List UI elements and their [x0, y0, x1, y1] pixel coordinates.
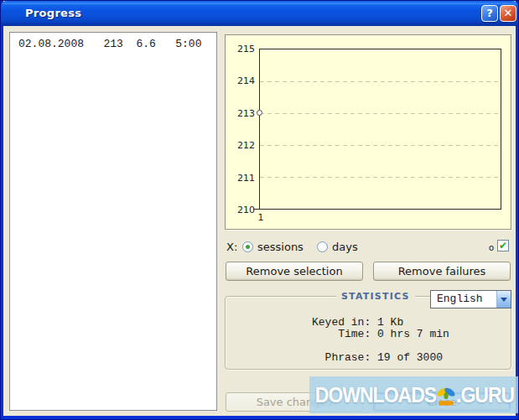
- chart-gridline: [260, 113, 501, 114]
- stat-phrase: Phrase: 19 of 3000: [312, 352, 449, 364]
- chart-plot-area: [259, 49, 501, 210]
- y-tick-label: 211: [227, 173, 255, 184]
- downloads-guru-watermark: DOWNLOADS .GURU: [309, 376, 519, 413]
- statistics-text: Keyed in: 1 Kb Time: 0 hrs 7 min Phrase:…: [312, 317, 449, 364]
- statistics-legend: STATISTICS: [336, 291, 415, 302]
- y-tick-label: 212: [227, 140, 255, 151]
- remove-selection-button[interactable]: Remove selection: [226, 262, 363, 281]
- axis-tick: [253, 209, 259, 210]
- window-close-button[interactable]: ✕: [500, 5, 516, 22]
- session-history-list[interactable]: 02.08.2008 213 6.6 5:00: [9, 32, 217, 411]
- progress-chart: 215 214 213 212 211 210 1: [225, 34, 511, 230]
- help-button[interactable]: ?: [481, 5, 498, 22]
- language-dropdown[interactable]: English: [430, 290, 511, 309]
- downloads-guru-logo-icon: [434, 385, 458, 408]
- data-point-213: [257, 110, 262, 116]
- radio-days[interactable]: [317, 241, 328, 252]
- stat-keyed-in: Keyed in: 1 Kb: [312, 317, 449, 329]
- list-item[interactable]: 02.08.2008 213 6.6 5:00: [10, 33, 216, 50]
- radio-days-label[interactable]: days: [332, 241, 358, 253]
- y-tick-label: 215: [227, 44, 255, 54]
- x-axis-label: X:: [226, 241, 237, 253]
- watermark-text-right: .GURU: [456, 381, 514, 407]
- errors-checkbox-label: o: [489, 243, 494, 252]
- chart-gridline: [260, 177, 501, 178]
- watermark-text-left: DOWNLOADS: [315, 381, 436, 407]
- y-tick-label: 213: [227, 108, 255, 119]
- checkmark-icon: ✔: [499, 240, 507, 251]
- y-tick-label: 210: [227, 205, 255, 215]
- close-icon: ✕: [504, 7, 513, 19]
- chart-gridline: [260, 145, 501, 146]
- remove-failures-button[interactable]: Remove failures: [373, 262, 511, 281]
- progress-window: Progress ? ✕ 02.08.2008 213 6.6 5:00 215…: [0, 0, 519, 420]
- radio-sessions[interactable]: [242, 241, 253, 252]
- titlebar[interactable]: Progress ? ✕: [1, 1, 518, 26]
- language-dropdown-value: English: [437, 293, 483, 305]
- x-tick-label: 1: [257, 212, 265, 223]
- stat-spacer: [312, 340, 449, 352]
- chevron-down-icon[interactable]: [496, 291, 511, 308]
- y-tick-label: 214: [227, 75, 255, 86]
- chart-gridline: [260, 81, 501, 82]
- radio-sessions-label[interactable]: sessions: [257, 241, 304, 253]
- help-icon: ?: [486, 7, 493, 19]
- window-title: Progress: [25, 7, 81, 19]
- errors-checkbox[interactable]: ✔: [497, 240, 509, 251]
- stat-time: Time: 0 hrs 7 min: [312, 329, 449, 340]
